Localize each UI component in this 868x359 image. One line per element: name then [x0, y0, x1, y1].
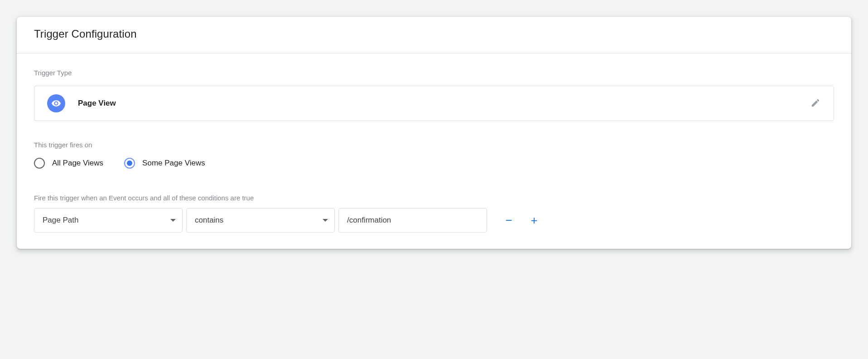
card-title: Trigger Configuration — [34, 28, 834, 40]
trigger-type-label: Trigger Type — [34, 69, 834, 77]
radio-some-page-views[interactable]: Some Page Views — [124, 158, 205, 169]
plus-icon: + — [530, 213, 537, 228]
condition-value-input[interactable] — [338, 208, 487, 233]
trigger-type-selector[interactable]: Page View — [34, 86, 834, 121]
radio-all-page-views[interactable]: All Page Views — [34, 158, 103, 169]
conditions-instruction-label: Fire this trigger when an Event occurs a… — [34, 194, 834, 202]
radio-label-some: Some Page Views — [142, 159, 205, 168]
card-header: Trigger Configuration — [17, 17, 851, 53]
radio-icon — [124, 158, 135, 169]
condition-variable-select[interactable]: Page Path — [34, 208, 183, 233]
select-value: contains — [195, 216, 223, 225]
condition-operator-select[interactable]: contains — [186, 208, 335, 233]
fires-on-radio-group: All Page Views Some Page Views — [34, 158, 834, 169]
page-view-icon — [47, 94, 65, 112]
trigger-type-name: Page View — [78, 99, 797, 108]
pencil-icon — [810, 98, 820, 109]
fires-on-label: This trigger fires on — [34, 141, 834, 149]
radio-icon — [34, 158, 45, 169]
chevron-down-icon — [170, 219, 176, 222]
select-value: Page Path — [43, 216, 78, 225]
card-body: Trigger Type Page View This trigger fire… — [17, 53, 851, 249]
minus-icon: − — [505, 213, 512, 228]
condition-row: Page Path contains − + — [34, 208, 834, 233]
radio-label-all: All Page Views — [52, 159, 103, 168]
edit-trigger-type-button[interactable] — [810, 98, 821, 109]
add-condition-button[interactable]: + — [523, 208, 545, 233]
remove-condition-button[interactable]: − — [498, 208, 520, 233]
trigger-config-card: Trigger Configuration Trigger Type Page … — [17, 17, 851, 249]
chevron-down-icon — [323, 219, 328, 222]
